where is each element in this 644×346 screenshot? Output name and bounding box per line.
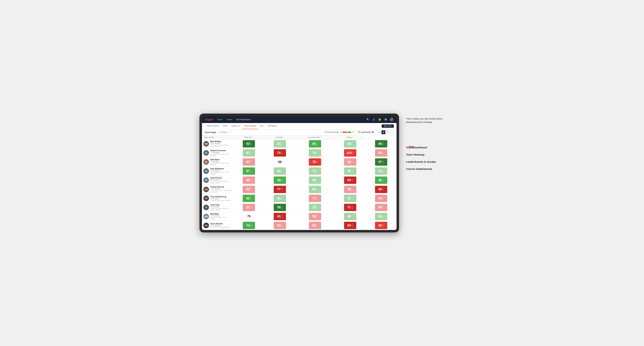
score-box: 88	[274, 158, 286, 166]
score-change: 14▼	[281, 188, 282, 191]
score-cell-8-0: 75	[234, 212, 264, 221]
player-cell-7[interactable]: JC Josh Coles 1-5 Handicap Royal North D…	[202, 203, 234, 212]
score-change: 7▲	[281, 179, 282, 181]
score-cell-7-1: 95 8▲	[264, 203, 296, 212]
score-value: 97	[378, 160, 382, 164]
score-cell-1-2: 79 9▲	[296, 148, 335, 158]
nav-link-myperformance[interactable]: My Performance	[236, 119, 251, 121]
score-value: 94	[378, 215, 382, 218]
profile-button[interactable]: U	[390, 117, 394, 122]
player-avatar: AN	[203, 223, 209, 228]
score-cell-5-4: 86 8▼	[366, 185, 396, 194]
score-cell-0-4: 95 9▲	[366, 139, 396, 148]
player-cell-0[interactable]: BM Blair McHarg Plus Handicap Royal Nort…	[202, 139, 234, 148]
score-value: 75	[312, 205, 316, 209]
player-name: David Ford	[210, 177, 232, 179]
nav-link-home[interactable]: Home	[216, 119, 223, 121]
logo: clippd	[205, 118, 213, 121]
score-cell-8-1: 61 3▼	[264, 212, 296, 221]
score-change: 3▲	[382, 179, 384, 181]
player-cell-9[interactable]: AN Aaron Nicholls 11-15 Handicap Drift G…	[202, 221, 234, 230]
tab-pga[interactable]: PGA	[221, 123, 229, 129]
player-name: Josh Coles	[210, 204, 232, 206]
player-cell-1[interactable]: EC Edward Crossman 1-5 Handicap Sunningd…	[202, 148, 234, 158]
tab-all-players[interactable]: All Players	[266, 123, 279, 129]
score-box: 83 10▼	[344, 176, 356, 184]
score-box: 103 15▲	[344, 149, 356, 157]
score-cell-0-2: 85 8▲	[296, 139, 335, 148]
player-cell-4[interactable]: DF David Ford Plus Handicap Royal North …	[202, 176, 234, 185]
score-value: 81	[348, 197, 351, 200]
score-cell-2-1: 88	[264, 158, 296, 167]
score-box: 73 11▼	[274, 149, 286, 157]
annotation-item-1: Team Heatmap	[406, 153, 444, 156]
score-cell-1-3: 103 15▲	[334, 148, 366, 158]
player-avatar: CR	[203, 195, 209, 201]
search-button[interactable]: 🔍	[366, 117, 370, 122]
last-rounds-button[interactable]: 📅 Last Rounds: 20	[356, 131, 375, 134]
tab-pgat[interactable]: PGAT Players	[205, 123, 221, 129]
player-cell-5[interactable]: CQ Charlie Quick 6-10 Handicap St. Georg…	[202, 185, 234, 194]
tab-tour[interactable]: Tour	[258, 123, 266, 129]
score-change: 3▼	[250, 179, 252, 181]
score-cell-6-2: 77 3▼	[296, 194, 335, 203]
score-change: 3▼	[316, 161, 318, 163]
table-row: AN Aaron Nicholls 11-15 Handicap Drift G…	[202, 221, 396, 230]
tab-hcaps[interactable]: Hcaps 1-5	[229, 123, 242, 129]
view-heatmap-button[interactable]: ▦	[382, 130, 385, 134]
table-row: DB Dave Billingham 1-5 Handicap Gog Mago…	[202, 167, 396, 176]
score-change: 8▲	[316, 142, 318, 145]
score-change: 11▼	[352, 206, 353, 209]
tab-team-clippd[interactable]: Team Clippd	[242, 123, 258, 129]
score-box: 75	[243, 213, 255, 220]
score-cell-8-3: 88 2▼	[334, 212, 366, 221]
data-table: Player Quality ↓ Off the Tee → Approach …	[202, 135, 396, 230]
score-value: 80	[312, 187, 316, 191]
view-export-button[interactable]: ↓	[390, 130, 394, 134]
player-name: Dave Billingham	[210, 168, 232, 170]
player-cell-2[interactable]: EE Elliot Ebert 1-5 Handicap Sunningdale…	[202, 158, 234, 167]
team-count: | 14 Players	[218, 131, 228, 133]
player-name: Edward Crossman	[210, 150, 232, 152]
player-info: David Ford Plus Handicap Royal North Dev…	[210, 177, 232, 184]
view-list-button[interactable]: ☰	[386, 130, 390, 134]
player-cell-8[interactable]: MM Matt Miller 6-10 Handicap Woburn Golf…	[202, 212, 234, 221]
add-team-button[interactable]: Add Team	[382, 124, 394, 128]
score-box: 80 1▲	[309, 186, 321, 193]
score-cell-8-2: 58 4▲	[296, 212, 335, 221]
score-value: 58	[312, 215, 316, 218]
score-box: 85 3▼	[243, 176, 255, 184]
score-change: 2▲	[281, 197, 282, 200]
table-body: BM Blair McHarg Plus Handicap Royal Nort…	[202, 139, 396, 230]
view-grid-button[interactable]: ⊞	[377, 130, 381, 134]
edit-icon[interactable]: ✎	[230, 131, 231, 133]
score-value: 83	[348, 187, 351, 191]
score-change: 5▲	[382, 161, 384, 163]
player-hcap: 1-5 Handicap	[210, 161, 232, 162]
score-cell-1-0: 87 1▲	[234, 148, 264, 158]
score-change: 3▼	[250, 188, 252, 191]
tablet-frame: clippd Home Teams My Performance 🔍 👤 🔔 ⚙…	[200, 114, 399, 233]
col-tee: Off the Tee →	[234, 135, 264, 140]
player-cell-3[interactable]: DB Dave Billingham 1-5 Handicap Gog Mago…	[202, 167, 234, 176]
player-name: Aaron Nicholls	[210, 223, 230, 225]
score-box: 75 3▼	[309, 158, 321, 166]
nav-link-teams[interactable]: Teams	[226, 119, 233, 121]
score-cell-4-0: 85 3▼	[234, 176, 264, 185]
settings-button[interactable]: ⚙️	[384, 117, 388, 122]
score-value: 71	[348, 205, 351, 209]
player-cell-6[interactable]: CR Chris Robertson 1-5 Handicap Craigmil…	[202, 194, 234, 203]
score-change: 1▲	[382, 170, 384, 173]
score-value: 83	[348, 178, 351, 182]
player-hcap: 1-5 Handicap	[210, 170, 232, 172]
player-avatar: BM	[203, 141, 209, 147]
score-value: 81	[246, 205, 250, 209]
change-neg-bar	[342, 132, 347, 133]
player-hcap: 1-5 Handicap	[210, 152, 232, 153]
score-cell-2-2: 75 3▼	[296, 158, 335, 167]
score-value: 96	[378, 178, 382, 182]
score-change: 3▼	[316, 197, 318, 200]
score-cell-4-4: 96 3▲	[366, 176, 396, 185]
user-button[interactable]: 👤	[372, 117, 376, 122]
notifications-button[interactable]: 🔔	[378, 117, 382, 122]
